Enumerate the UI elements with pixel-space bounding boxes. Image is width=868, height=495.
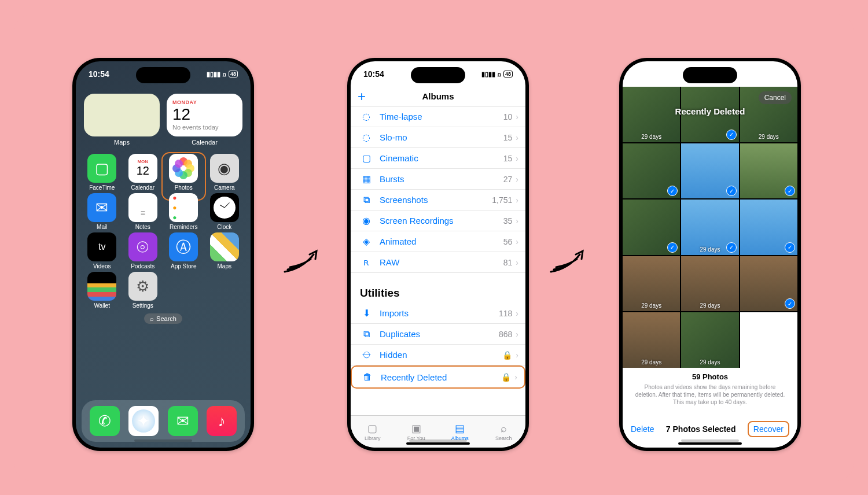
utility-row[interactable]: ⧉Duplicates868› [351, 324, 525, 345]
calendar-app[interactable]: MON12Calendar [123, 154, 164, 191]
recently-deleted-row-highlighted[interactable]: 🗑Recently Deleted🔒› [351, 365, 525, 389]
maps-widget[interactable] [84, 94, 160, 136]
dock: ✆ ✦ ✉ ♪ [82, 400, 245, 442]
maps-app[interactable]: Maps [204, 232, 245, 269]
photo-thumbnail[interactable]: ✓ [681, 143, 738, 199]
album-list[interactable]: ◌Time-lapse10›◌Slo-mo15›▢Cinematic15›▦Bu… [351, 106, 525, 415]
photos-icon [169, 154, 198, 183]
row-icon: ⬇ [360, 308, 373, 319]
home-indicator[interactable] [678, 442, 742, 445]
selection-count: 7 Photos Selected [666, 424, 736, 434]
chevron-right-icon: › [516, 133, 518, 142]
camera-app[interactable]: ◉Camera [204, 154, 245, 191]
thumbnail-grid[interactable]: 29 days✓29 days✓✓✓✓29 days✓✓29 days29 da… [623, 87, 797, 368]
section-header: Utilities [351, 273, 525, 303]
row-icon: 🗑 [361, 372, 374, 382]
row-icon: ⧉ [360, 329, 373, 339]
appstore-app[interactable]: ⒶApp Store [163, 232, 204, 269]
settings-app[interactable]: ⚙Settings [123, 272, 164, 309]
chevron-right-icon: › [516, 350, 518, 360]
music-app[interactable]: ♪ [207, 406, 237, 436]
photo-thumbnail[interactable]: 29 days [623, 312, 680, 368]
row-count: 118 [499, 309, 512, 318]
search-icon: ⌕ [150, 315, 154, 322]
battery-icon: 48 [229, 71, 238, 77]
podcasts-icon: ⦾ [128, 232, 157, 261]
photo-thumbnail[interactable]: ✓ [740, 200, 797, 255]
album-row[interactable]: ◉Screen Recordings35› [351, 210, 525, 231]
clock-app[interactable]: Clock [204, 193, 245, 230]
chevron-right-icon: › [516, 216, 518, 226]
safari-app[interactable]: ✦ [128, 406, 159, 436]
row-icon: ◌ [360, 132, 373, 143]
utility-row[interactable]: ⦵Hidden🔒› [351, 345, 525, 365]
tab-library[interactable]: ▢Library [351, 416, 395, 448]
dynamic-island [136, 67, 190, 83]
app-grid: ▢FaceTime MON12Calendar Photos ◉Camera ✉… [76, 146, 251, 309]
photo-thumbnail[interactable]: 29 days [623, 256, 680, 312]
add-button[interactable]: + [358, 88, 366, 105]
chevron-right-icon: › [516, 154, 518, 163]
photo-thumbnail[interactable]: 29 days✓ [681, 200, 738, 255]
row-icon: ▦ [360, 173, 373, 184]
photo-thumbnail[interactable]: 29 days [681, 312, 738, 368]
chevron-right-icon: › [516, 237, 518, 246]
dynamic-island [411, 67, 465, 83]
row-label: Hidden [380, 350, 502, 360]
notes-icon: ≡ [128, 193, 157, 222]
photo-thumbnail[interactable] [740, 312, 797, 368]
messages-app[interactable]: ✉ [168, 406, 198, 436]
album-row[interactable]: ▢Cinematic15› [351, 148, 525, 169]
facetime-app[interactable]: ▢FaceTime [82, 154, 123, 191]
chevron-right-icon: › [516, 309, 518, 318]
photo-thumbnail[interactable]: ✓ [740, 143, 797, 199]
chevron-right-icon: › [516, 112, 518, 121]
videos-app[interactable]: tvVideos [82, 232, 123, 269]
row-count: 56 [503, 237, 513, 246]
calendar-widget[interactable]: MONDAY 12 No events today [167, 94, 242, 136]
photo-thumbnail[interactable]: ✓ [623, 143, 680, 199]
lock-icon: 🔒 [501, 372, 511, 382]
gear-icon: ⚙ [128, 272, 157, 301]
calendar-dow: MONDAY [172, 99, 237, 105]
maps-icon [210, 232, 239, 261]
album-row[interactable]: ʀRAW81› [351, 252, 525, 273]
album-row[interactable]: ▦Bursts27› [351, 169, 525, 190]
photo-thumbnail[interactable]: ✓ [740, 256, 797, 312]
chevron-right-icon: › [516, 195, 518, 205]
row-count: 35 [503, 216, 513, 226]
album-row[interactable]: ◌Time-lapse10› [351, 106, 525, 127]
photo-thumbnail[interactable]: ✓ [623, 200, 680, 255]
photo-count: 59 Photos [630, 372, 790, 381]
tab-search[interactable]: ⌕Search [482, 416, 526, 448]
recover-button-highlighted[interactable]: Recover [748, 421, 789, 437]
chevron-right-icon: › [516, 175, 518, 184]
search-pill[interactable]: ⌕Search [144, 313, 182, 324]
days-remaining: 29 days [681, 302, 738, 309]
signal-icon: ▮▯▮▮ [207, 71, 220, 78]
wallet-app[interactable]: Wallet [82, 272, 123, 309]
row-count: 1,751 [492, 195, 512, 205]
podcasts-app[interactable]: ⦾Podcasts [123, 232, 164, 269]
calendar-events: No events today [172, 124, 237, 131]
notes-app[interactable]: ≡Notes [123, 193, 164, 230]
nav-bar: + Albums [351, 87, 525, 106]
cancel-button[interactable]: Cancel [759, 91, 792, 104]
phone-app[interactable]: ✆ [90, 406, 120, 436]
album-row[interactable]: ◌Slo-mo15› [351, 127, 525, 148]
footer-description: Photos and videos show the days remainin… [630, 383, 790, 406]
tab-label: Search [495, 435, 512, 441]
battery-icon: 48 [503, 71, 513, 77]
selected-check-icon: ✓ [667, 186, 678, 196]
mail-app[interactable]: ✉Mail [82, 193, 123, 230]
reminders-app[interactable]: ●●●Reminders [163, 193, 204, 230]
row-icon: ⧉ [360, 195, 373, 205]
row-icon: ◌ [360, 111, 373, 122]
utility-row[interactable]: ⬇Imports118› [351, 303, 525, 324]
home-indicator[interactable] [406, 442, 470, 445]
photo-thumbnail[interactable]: 29 days [681, 256, 738, 312]
album-row[interactable]: ⧉Screenshots1,751› [351, 190, 525, 210]
clock-icon [210, 193, 239, 222]
album-row[interactable]: ◈Animated56› [351, 231, 525, 252]
delete-button[interactable]: Delete [631, 424, 654, 434]
